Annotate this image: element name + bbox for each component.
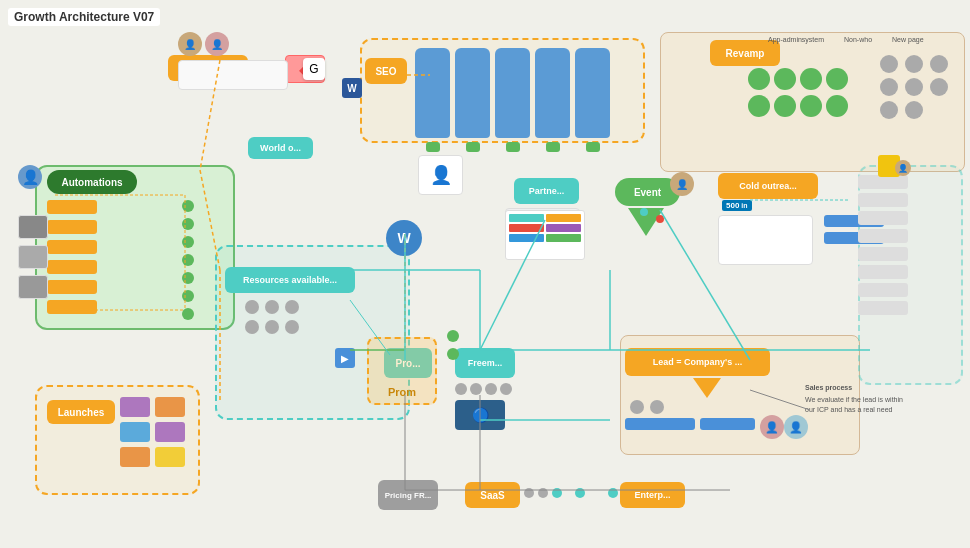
google-icon: G [303, 58, 325, 80]
cold-card-1 [718, 215, 813, 265]
avatar-left: 👤 [18, 165, 42, 189]
free-gray-3 [485, 383, 497, 395]
w-button[interactable]: W [386, 220, 422, 256]
auto-node-6[interactable] [47, 300, 97, 314]
launches-node[interactable]: Launches [47, 400, 115, 424]
saas-dot-2 [538, 488, 548, 498]
conn-dot-2 [608, 488, 618, 498]
resources-node[interactable]: Resources available... [225, 267, 355, 293]
green-btn-4[interactable] [546, 142, 560, 152]
auto-green-2 [182, 218, 194, 230]
automations-node[interactable]: Automations [47, 170, 137, 194]
free-gray-1 [455, 383, 467, 395]
green-btn-2[interactable] [466, 142, 480, 152]
auto-node-4[interactable] [47, 260, 97, 274]
revamp-node[interactable]: Revamp [710, 40, 780, 66]
gc2 [774, 68, 796, 90]
auto-green-6 [182, 290, 194, 302]
res-gray-3 [285, 300, 299, 314]
cold-outreach-node[interactable]: Cold outrea... [718, 173, 818, 199]
gc8 [826, 95, 848, 117]
auto-node-5[interactable] [47, 280, 97, 294]
lead-gray-2 [650, 400, 664, 414]
lead-blue-2[interactable] [700, 418, 755, 430]
linkedin-badge: 500 in [722, 200, 752, 211]
gray1 [880, 55, 898, 73]
column-labels: App-adminsystem Non-who New page [768, 36, 924, 43]
gray7 [880, 101, 898, 119]
auto-green-3 [182, 236, 194, 248]
cylinder-3 [495, 48, 530, 138]
partner-node[interactable]: Partne... [514, 178, 579, 204]
cylinder-5 [575, 48, 610, 138]
gc4 [748, 95, 770, 117]
cylinder-4 [535, 48, 570, 138]
gray6 [930, 78, 948, 96]
avatar-lead-2: 👤 [784, 415, 808, 439]
res-gray-4 [245, 320, 259, 334]
green-btn-1[interactable] [426, 142, 440, 152]
res-gray-6 [285, 320, 299, 334]
saas-node[interactable]: SaaS [465, 482, 520, 508]
page-title: Growth Architecture V07 [8, 8, 160, 26]
gray2 [905, 55, 923, 73]
seo-node[interactable]: SEO [365, 58, 407, 84]
auto-node-2[interactable] [47, 220, 97, 234]
gc1 [748, 68, 770, 90]
gray8 [905, 101, 923, 119]
avatar-event: 👤 [670, 172, 694, 196]
avatar-lead: 👤 [760, 415, 784, 439]
res-gray-2 [265, 300, 279, 314]
lead-gray-1 [630, 400, 644, 414]
auto-green-7 [182, 308, 194, 320]
auto-green-4 [182, 254, 194, 266]
avatar-1: 👤 [178, 32, 202, 56]
auto-green-1 [182, 200, 194, 212]
gray4 [905, 78, 923, 96]
sales-process-text: Sales process We evaluate if the lead is… [805, 383, 910, 414]
auto-node-3[interactable] [47, 240, 97, 254]
gc6 [800, 95, 822, 117]
res-gray-1 [245, 300, 259, 314]
auto-node-1[interactable] [47, 200, 97, 214]
gc3 [800, 68, 822, 90]
right-col-nodes [858, 175, 908, 315]
blue-icon: ▶ [335, 348, 355, 368]
photo-card-2 [18, 245, 48, 269]
gray5 [930, 55, 948, 73]
cylinder-1 [415, 48, 450, 138]
event-dot-2 [656, 215, 664, 223]
lead-node[interactable]: Lead = Company's ... [625, 348, 770, 376]
enterprise-node[interactable]: Enterp... [620, 482, 685, 508]
avatar-2: 👤 [205, 32, 229, 56]
event-dot-1 [640, 208, 648, 216]
lead-blue-1[interactable] [625, 418, 695, 430]
photo-card-1 [18, 215, 48, 239]
res-gray-5 [265, 320, 279, 334]
gc5 [774, 95, 796, 117]
photo-card-3 [18, 275, 48, 299]
pricing-node[interactable]: Pricing FR... [378, 480, 438, 510]
green-btn-5[interactable] [586, 142, 600, 152]
lead-arrow [693, 378, 721, 398]
word-icon: W [342, 78, 362, 98]
freemium-node[interactable]: Freem... [455, 348, 515, 378]
prom-node[interactable]: Prom [367, 337, 437, 405]
conn-dot-1 [575, 488, 585, 498]
small-card-top-1 [178, 60, 288, 90]
launches-content [120, 397, 190, 487]
gc7 [826, 68, 848, 90]
cylinder-2 [455, 48, 490, 138]
free-gray-2 [470, 383, 482, 395]
freemium-icon: 🔵 [455, 400, 505, 430]
canvas: Growth Architecture V07 Influencers SEO … [0, 0, 970, 548]
green-btn-3[interactable] [506, 142, 520, 152]
free-gray-4 [500, 383, 512, 395]
green-connector-1[interactable] [447, 330, 459, 342]
green-connector-2[interactable] [447, 348, 459, 360]
world-node[interactable]: World o... [248, 137, 313, 159]
gray3 [880, 78, 898, 96]
avatar-group-right: 👤 [895, 160, 911, 176]
auto-green-5 [182, 272, 194, 284]
saas-dot-1 [524, 488, 534, 498]
